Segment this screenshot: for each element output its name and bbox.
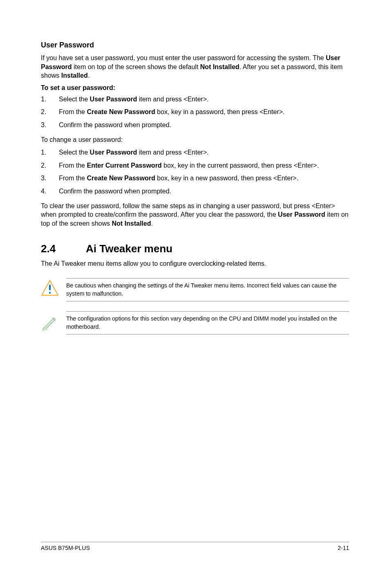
- svg-rect-1: [49, 285, 51, 290]
- page: User Password If you have set a user pas…: [0, 0, 390, 572]
- text: Select the: [59, 149, 90, 156]
- text-bold: Not Installed: [112, 220, 151, 227]
- text-bold: Not Installed: [200, 63, 240, 70]
- text: From the: [59, 175, 87, 182]
- text: item and press <Enter>.: [137, 96, 208, 103]
- svg-point-2: [49, 292, 51, 294]
- list-item: 3. Confirm the password when prompted.: [41, 121, 349, 130]
- step-text: Select the User Password item and press …: [59, 95, 208, 104]
- text: If you have set a user password, you mus…: [41, 54, 326, 61]
- section-number: 2.4: [41, 242, 86, 255]
- step-text: Select the User Password item and press …: [59, 148, 208, 157]
- step-text: From the Create New Password box, key in…: [59, 108, 285, 117]
- text: item and press <Enter>.: [137, 149, 208, 156]
- text-bold: Create New Password: [87, 108, 155, 115]
- list-item: 2. From the Create New Password box, key…: [41, 108, 349, 117]
- list-item: 2. From the Enter Current Password box, …: [41, 161, 349, 170]
- text: Confirm the password when prompted.: [59, 121, 171, 128]
- step-text: From the Create New Password box, key in…: [59, 174, 298, 183]
- text: item on top of the screen shows the defa…: [72, 63, 200, 70]
- footer-page-number: 2-11: [338, 545, 349, 551]
- list-item: 4. Confirm the password when prompted.: [41, 187, 349, 196]
- set-password-steps: 1. Select the User Password item and pre…: [41, 95, 349, 130]
- step-text: From the Enter Current Password box, key…: [59, 161, 319, 170]
- section-intro: The Ai Tweaker menu items allow you to c…: [41, 259, 349, 268]
- text: From the: [59, 108, 87, 115]
- step-text: Confirm the password when prompted.: [59, 121, 171, 130]
- pen-icon: [41, 311, 66, 331]
- text: box, key in the current password, then p…: [162, 162, 319, 169]
- text: Select the: [59, 96, 90, 103]
- text-bold: Installed: [61, 72, 88, 79]
- text-bold: User Password: [278, 211, 325, 218]
- info-text: The configuration options for this secti…: [66, 311, 349, 334]
- list-item: 3. From the Create New Password box, key…: [41, 174, 349, 183]
- section-heading: 2.4Ai Tweaker menu: [41, 242, 349, 255]
- caution-note: Be cautious when changing the settings o…: [41, 278, 349, 301]
- text: From the: [59, 162, 87, 169]
- step-number: 2.: [41, 161, 59, 170]
- text-bold: User Password: [90, 149, 137, 156]
- text-bold: Enter Current Password: [87, 162, 161, 169]
- step-number: 4.: [41, 187, 59, 196]
- step-number: 2.: [41, 108, 59, 117]
- change-password-heading: To change a user password:: [41, 135, 349, 144]
- section-title: Ai Tweaker menu: [86, 242, 173, 255]
- step-text: Confirm the password when prompted.: [59, 187, 171, 196]
- text-bold: User Password: [90, 96, 137, 103]
- caution-text: Be cautious when changing the settings o…: [66, 278, 349, 301]
- list-item: 1. Select the User Password item and pre…: [41, 148, 349, 157]
- step-number: 3.: [41, 121, 59, 130]
- footer-product: ASUS B75M-PLUS: [41, 545, 90, 551]
- user-password-intro: If you have set a user password, you mus…: [41, 54, 349, 80]
- list-item: 1. Select the User Password item and pre…: [41, 95, 349, 104]
- svg-point-3: [42, 330, 48, 331]
- page-footer: ASUS B75M-PLUS 2-11: [41, 542, 349, 551]
- step-number: 1.: [41, 95, 59, 104]
- change-password-steps: 1. Select the User Password item and pre…: [41, 148, 349, 195]
- text: box, key in a new password, then press <…: [155, 175, 298, 182]
- caution-icon: [41, 278, 66, 296]
- clear-password-text: To clear the user password, follow the s…: [41, 202, 349, 228]
- text: box, key in a password, then press <Ente…: [155, 108, 285, 115]
- set-password-heading: To set a user password:: [41, 84, 349, 92]
- text: .: [88, 72, 90, 79]
- step-number: 3.: [41, 174, 59, 183]
- step-number: 1.: [41, 148, 59, 157]
- user-password-heading: User Password: [41, 41, 349, 49]
- text-bold: Create New Password: [87, 175, 155, 182]
- text: .: [151, 220, 152, 227]
- text: Confirm the password when prompted.: [59, 188, 171, 195]
- info-note: The configuration options for this secti…: [41, 311, 349, 334]
